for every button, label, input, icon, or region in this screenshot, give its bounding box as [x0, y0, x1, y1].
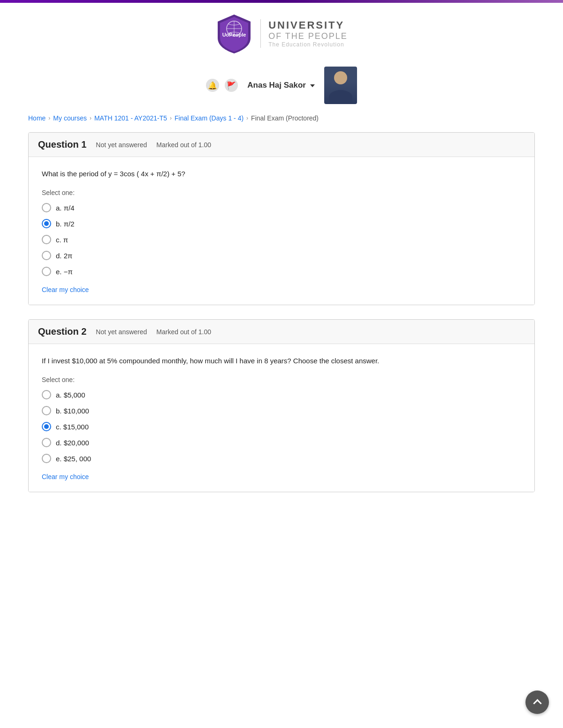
user-icons: 🔔 🚩: [206, 79, 238, 92]
question-1-option-b[interactable]: b. π/2: [42, 219, 521, 228]
radio-q1e[interactable]: [42, 267, 51, 276]
of-the-people-label: OF THE PEOPLE: [268, 31, 348, 41]
option-q1a-label: a. π/4: [56, 204, 75, 212]
option-q2b-label: b. $10,000: [56, 407, 89, 415]
question-1-option-e[interactable]: e. −π: [42, 267, 521, 276]
question-1-header: Question 1 Not yet answered Marked out o…: [29, 133, 534, 157]
breadcrumb-my-courses[interactable]: My courses: [53, 114, 87, 122]
question-2-clear[interactable]: Clear my choice: [42, 473, 89, 480]
dropdown-caret-icon: [310, 84, 315, 87]
question-card-2: Question 2 Not yet answered Marked out o…: [28, 319, 535, 492]
user-name[interactable]: Anas Haj Sakor: [247, 81, 314, 90]
avatar[interactable]: [324, 67, 357, 104]
main-content: Question 1 Not yet answered Marked out o…: [0, 128, 563, 525]
breadcrumb-home[interactable]: Home: [28, 114, 46, 122]
option-q1b-label: b. π/2: [56, 220, 75, 228]
question-2-option-e[interactable]: e. $25, 000: [42, 454, 521, 463]
option-q1e-label: e. −π: [56, 268, 73, 276]
breadcrumb-final-exam[interactable]: Final Exam (Days 1 - 4): [175, 114, 243, 122]
question-1-body: What is the period of y = 3cos ( 4x + π/…: [29, 157, 534, 305]
flag-icon[interactable]: 🚩: [225, 79, 238, 92]
tagline-label: The Education Revolution: [268, 41, 348, 48]
question-2-body: If I invest $10,000 at 5% compounded mon…: [29, 344, 534, 492]
question-1-option-a[interactable]: a. π/4: [42, 203, 521, 212]
question-2-option-b[interactable]: b. $10,000: [42, 406, 521, 415]
question-1-option-c[interactable]: c. π: [42, 235, 521, 244]
question-1-select-label: Select one:: [42, 189, 521, 196]
radio-q1b[interactable]: [42, 219, 51, 228]
logo-area: UoPeople UNIVERSITY OF THE PEOPLE The Ed…: [215, 12, 348, 54]
radio-q1d[interactable]: [42, 251, 51, 260]
question-1-option-d[interactable]: d. 2π: [42, 251, 521, 260]
question-1-status: Not yet answered: [96, 141, 147, 149]
radio-q1a[interactable]: [42, 203, 51, 212]
option-q1c-label: c. π: [56, 236, 68, 244]
question-1-text: What is the period of y = 3cos ( 4x + π/…: [42, 168, 521, 180]
option-q2c-label: c. $15,000: [56, 423, 89, 431]
user-bar: 🔔 🚩 Anas Haj Sakor: [206, 67, 357, 104]
breadcrumb-sep-3: ›: [170, 115, 172, 121]
question-2-select-label: Select one:: [42, 376, 521, 383]
question-card-1: Question 1 Not yet answered Marked out o…: [28, 132, 535, 305]
radio-q2d[interactable]: [42, 438, 51, 447]
radio-q2e[interactable]: [42, 454, 51, 463]
radio-q2c[interactable]: [42, 422, 51, 431]
option-q1d-label: d. 2π: [56, 252, 72, 260]
option-q2a-label: a. $5,000: [56, 391, 85, 399]
header: UoPeople UNIVERSITY OF THE PEOPLE The Ed…: [0, 3, 563, 109]
question-2-option-c[interactable]: c. $15,000: [42, 422, 521, 431]
option-q2d-label: d. $20,000: [56, 439, 89, 447]
bell-icon[interactable]: 🔔: [206, 79, 219, 92]
radio-q1c[interactable]: [42, 235, 51, 244]
question-2-option-a[interactable]: a. $5,000: [42, 390, 521, 399]
radio-q2a[interactable]: [42, 390, 51, 399]
question-2-status: Not yet answered: [96, 328, 147, 336]
question-2-title: Question 2: [38, 326, 86, 337]
question-2-header: Question 2 Not yet answered Marked out o…: [29, 320, 534, 344]
breadcrumb-current: Final Exam (Proctored): [251, 114, 319, 122]
question-2-text: If I invest $10,000 at 5% compounded mon…: [42, 355, 521, 367]
question-1-title: Question 1: [38, 139, 86, 150]
question-2-options: a. $5,000 b. $10,000 c. $15,000 d. $20,0…: [42, 390, 521, 463]
breadcrumb-course[interactable]: MATH 1201 - AY2021-T5: [94, 114, 167, 122]
question-1-marked: Marked out of 1.00: [156, 141, 211, 149]
breadcrumb-sep-1: ›: [48, 115, 50, 121]
logo-text: UNIVERSITY OF THE PEOPLE The Education R…: [260, 19, 348, 48]
question-1-options: a. π/4 b. π/2 c. π d. 2π e. −π: [42, 203, 521, 276]
breadcrumb-sep-4: ›: [246, 115, 248, 121]
question-2-option-d[interactable]: d. $20,000: [42, 438, 521, 447]
question-2-meta: Not yet answered Marked out of 1.00: [96, 328, 211, 336]
question-1-meta: Not yet answered Marked out of 1.00: [96, 141, 211, 149]
radio-q2b[interactable]: [42, 406, 51, 415]
university-logo: UoPeople: [215, 12, 253, 54]
option-q2e-label: e. $25, 000: [56, 455, 91, 463]
breadcrumb-sep-2: ›: [90, 115, 91, 121]
breadcrumb: Home › My courses › MATH 1201 - AY2021-T…: [0, 109, 563, 128]
question-2-marked: Marked out of 1.00: [156, 328, 211, 336]
university-label: UNIVERSITY: [268, 19, 348, 31]
question-1-clear[interactable]: Clear my choice: [42, 286, 89, 293]
